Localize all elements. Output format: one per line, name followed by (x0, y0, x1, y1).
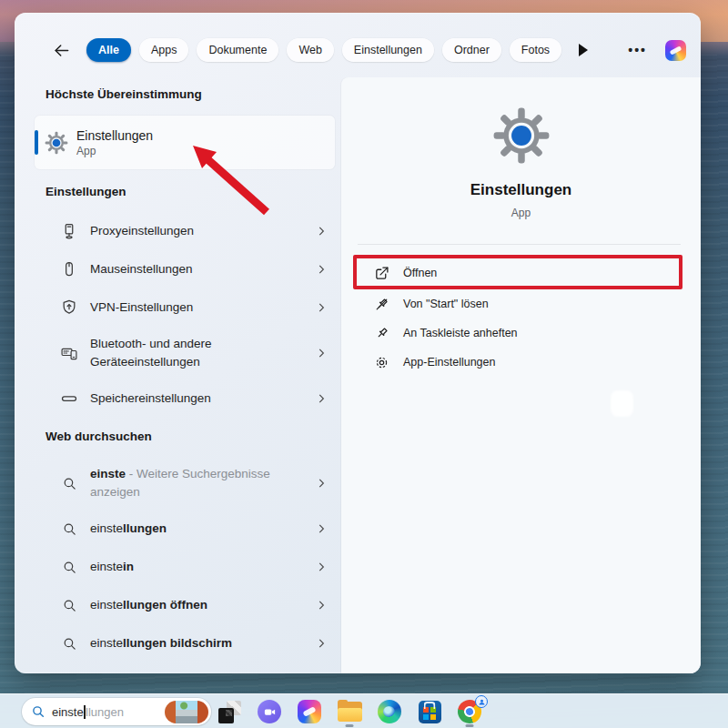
best-match-item[interactable]: Einstellungen App (35, 116, 335, 169)
chevron-right-icon (315, 347, 328, 359)
running-indicator (466, 724, 474, 727)
web-item-label: einstellungen bildschirm (90, 634, 232, 652)
settings-item-vpn[interactable]: VPN-Einstellungen (35, 288, 335, 327)
settings-gear-icon (45, 131, 68, 155)
completion-text: llungen (123, 521, 167, 535)
query-text: einste (90, 521, 123, 535)
settings-item-bluetooth-devices[interactable]: Bluetooth- und andere Geräteeinstellunge… (35, 327, 335, 379)
search-icon (60, 634, 78, 652)
search-window: Alle Apps Dokumente Web Einstellungen Or… (15, 13, 701, 673)
preview-panel: Einstellungen App Öffnen Von "Start" lös… (341, 77, 701, 673)
taskbar-search-input[interactable]: einste llungen (22, 698, 211, 725)
filter-bar: Alle Apps Dokumente Web Einstellungen Or… (15, 36, 701, 64)
filter-tab-einstellungen[interactable]: Einstellungen (342, 38, 434, 62)
query-text: einste (90, 598, 123, 612)
query-text: einste (90, 560, 123, 573)
settings-item-mouse[interactable]: Mauseinstellungen (35, 250, 335, 288)
action-label: Von "Start" lösen (403, 298, 489, 310)
topbar-right: ••• (628, 36, 686, 64)
bluetooth-devices-icon (60, 344, 78, 362)
action-pin-taskbar[interactable]: An Taskleiste anheften (354, 318, 685, 348)
settings-item-storage[interactable]: Speichereinstellungen (35, 379, 335, 418)
query-text: einste (90, 467, 126, 480)
completion-text: in (123, 560, 134, 573)
action-label: An Taskleiste anheften (403, 327, 518, 339)
filter-tab-dokumente[interactable]: Dokumente (197, 38, 278, 62)
proxy-monitor-icon (60, 222, 78, 240)
settings-item-label: Bluetooth- und andere Geräteeinstellunge… (90, 335, 258, 371)
mouse-icon (60, 260, 78, 278)
best-match-text: Einstellungen App (76, 128, 153, 157)
preview-app-subtitle: App (341, 207, 701, 219)
search-icon (60, 474, 78, 492)
settings-results-list: Proxyeinstellungen Mauseinstellungen (35, 212, 335, 418)
taskbar-apps (209, 694, 490, 728)
folder-icon (338, 702, 362, 722)
web-item-label: einstellungen (90, 520, 167, 538)
chevron-right-icon (315, 522, 328, 535)
action-open[interactable]: Öffnen (354, 258, 685, 288)
taskbar: einste llungen (0, 693, 728, 728)
web-item-einstellungen[interactable]: einstellungen (35, 510, 335, 548)
taskbar-app-dark-square[interactable] (209, 694, 249, 728)
query-text: einste (90, 636, 123, 650)
storage-drive-icon (60, 389, 78, 408)
bing-daily-image-thumbnail[interactable] (165, 701, 208, 723)
taskbar-app-file-explorer[interactable] (329, 694, 369, 728)
taskbar-app-video-chat[interactable] (249, 694, 289, 728)
settings-item-proxy[interactable]: Proxyeinstellungen (35, 212, 335, 250)
search-icon (31, 704, 46, 719)
more-filters-icon[interactable] (579, 44, 588, 56)
action-unpin-start[interactable]: Von "Start" lösen (354, 289, 685, 318)
taskbar-app-copilot[interactable] (289, 694, 329, 728)
chevron-right-icon (315, 392, 328, 405)
web-item-label: einstellungen öffnen (90, 596, 207, 614)
web-item-einstellungen-oeffnen[interactable]: einstellungen öffnen (35, 586, 335, 624)
ellipsis-icon[interactable]: ••• (628, 43, 647, 57)
action-label: Öffnen (403, 267, 437, 279)
back-button[interactable] (47, 37, 75, 63)
running-indicator (346, 724, 354, 727)
back-arrow-icon (53, 42, 70, 59)
filter-tab-fotos[interactable]: Fotos (510, 38, 561, 62)
pin-icon (373, 325, 390, 342)
copilot-icon[interactable] (665, 40, 686, 61)
video-camera-icon (258, 700, 281, 723)
filter-tab-apps[interactable]: Apps (139, 38, 189, 62)
dark-square-app-icon (218, 701, 241, 723)
open-external-icon (373, 265, 390, 282)
web-item-label: einste - Weitere Suchergebnisse anzeigen (90, 465, 308, 501)
web-item-einstellungen-bildschirm[interactable]: einstellungen bildschirm (35, 624, 335, 662)
chevron-right-icon (315, 637, 328, 650)
taskbar-app-chrome[interactable] (450, 694, 490, 728)
edge-icon (378, 700, 401, 723)
chevron-right-icon (315, 477, 328, 490)
divider (358, 244, 681, 245)
filter-tab-alle[interactable]: Alle (86, 38, 131, 62)
taskbar-app-edge[interactable] (369, 694, 410, 728)
filter-tab-web[interactable]: Web (287, 38, 333, 62)
action-label: App-Einstellungen (403, 356, 495, 369)
selection-accent-bar (35, 130, 38, 155)
web-item-einstein[interactable]: einstein (35, 548, 335, 586)
profile-badge-icon (475, 695, 488, 708)
chevron-right-icon (315, 599, 328, 612)
settings-item-label: VPN-Einstellungen (90, 298, 193, 317)
best-match-title: Einstellungen (76, 128, 153, 143)
action-app-settings[interactable]: App-Einstellungen (354, 348, 685, 377)
settings-gear-icon-large (492, 106, 551, 165)
chevron-right-icon (315, 561, 328, 573)
taskbar-app-store[interactable] (410, 694, 450, 728)
settings-item-label: Mauseinstellungen (90, 260, 193, 278)
copilot-icon (298, 700, 321, 723)
search-icon (60, 520, 78, 538)
filter-tab-ordner[interactable]: Ordner (442, 38, 501, 62)
web-item-more-results[interactable]: einste - Weitere Suchergebnisse anzeigen (35, 457, 335, 510)
chevron-right-icon (315, 225, 328, 238)
search-icon (60, 596, 78, 614)
search-typed-text: einste (52, 705, 84, 719)
settings-section-header: Einstellungen (46, 185, 126, 198)
gear-outline-icon (373, 354, 390, 371)
search-icon (60, 558, 78, 576)
settings-item-label: Proxyeinstellungen (90, 222, 194, 240)
